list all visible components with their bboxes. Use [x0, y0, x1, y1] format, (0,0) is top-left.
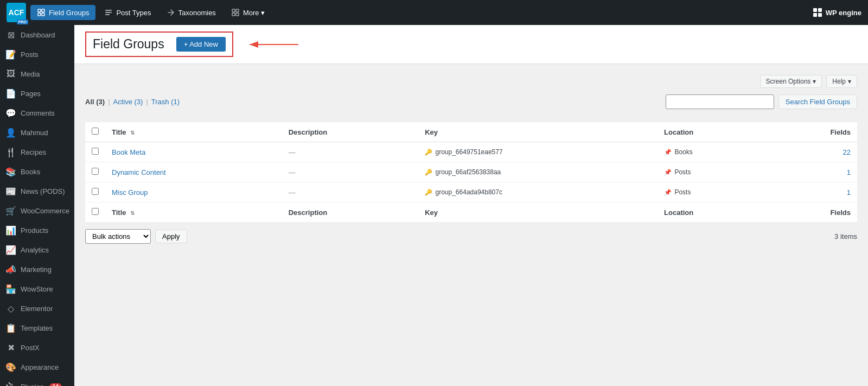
sidebar-item-dashboard[interactable]: ⊠ Dashboard: [0, 25, 74, 45]
row-title-cell[interactable]: Misc Group: [105, 182, 282, 203]
sidebar-item-comments[interactable]: 💬 Comments: [0, 103, 74, 123]
svg-rect-11: [813, 8, 817, 12]
nav-taxonomies[interactable]: Taxonomies: [160, 5, 222, 20]
filter-tab-trash[interactable]: Trash (1): [151, 98, 180, 106]
row-title-cell[interactable]: Dynamic Content: [105, 162, 282, 182]
svg-rect-7: [232, 9, 235, 12]
row-fields-cell[interactable]: 1: [769, 162, 857, 182]
sidebar-item-products[interactable]: 📊 Products: [0, 220, 74, 240]
sidebar-item-wowstore[interactable]: 🏪 WowStore: [0, 279, 74, 299]
sidebar-label-postx: PostX: [21, 344, 40, 352]
row-title-cell[interactable]: Book Meta: [105, 142, 282, 162]
sidebar-label-news: News (PODS): [21, 187, 65, 195]
items-count: 3 items: [834, 232, 857, 241]
help-label: Help: [832, 78, 846, 85]
title-column-header[interactable]: Title ⇅: [105, 122, 282, 142]
key-icon: 🔑: [425, 149, 432, 155]
svg-rect-1: [42, 9, 44, 12]
sidebar: ⊠ Dashboard 📝 Posts 🖼 Media 📄 Pages 💬 Co…: [0, 25, 74, 386]
sidebar-item-plugins[interactable]: 🔌 Plugins 14: [0, 377, 74, 386]
nav-field-groups[interactable]: Field Groups: [30, 5, 95, 20]
sidebar-item-mahmud[interactable]: 👤 Mahmud: [0, 123, 74, 142]
nav-more[interactable]: More ▾: [225, 5, 271, 20]
sidebar-item-pages[interactable]: 📄 Pages: [0, 84, 74, 103]
elementor-icon: ◇: [5, 303, 16, 314]
field-groups-table: Title ⇅ Description Key Location Fields: [85, 122, 857, 223]
row-location-cell: 📌 Posts: [658, 182, 769, 203]
svg-rect-14: [818, 13, 822, 17]
sidebar-item-analytics[interactable]: 📈 Analytics: [0, 240, 74, 260]
postx-icon: ✖: [5, 342, 16, 353]
sidebar-item-appearance[interactable]: 🎨 Appearance: [0, 357, 74, 377]
sidebar-item-elementor[interactable]: ◇ Elementor: [0, 299, 74, 318]
sidebar-item-media[interactable]: 🖼 Media: [0, 64, 74, 84]
svg-rect-6: [105, 14, 110, 15]
filter-tab-active[interactable]: Active (3): [113, 98, 143, 106]
top-bar-right: WP engine: [813, 8, 861, 17]
table-footer-header-row: Title ⇅ Description Key Location Fields: [85, 203, 857, 223]
title-sort-icon: ⇅: [130, 130, 135, 136]
sidebar-label-mahmud: Mahmud: [21, 129, 48, 137]
row-location: Posts: [674, 168, 691, 176]
sidebar-label-books: Books: [21, 168, 40, 176]
media-icon: 🖼: [5, 68, 16, 79]
sidebar-item-marketing[interactable]: 📣 Marketing: [0, 260, 74, 279]
row-location: Books: [674, 148, 692, 156]
sidebar-item-postx[interactable]: ✖ PostX: [0, 338, 74, 357]
row-checkbox[interactable]: [92, 188, 99, 195]
nav-more-label: More ▾: [243, 9, 265, 17]
sidebar-item-posts[interactable]: 📝 Posts: [0, 45, 74, 64]
row-title: Dynamic Content: [112, 168, 166, 176]
more-icon: [231, 8, 240, 17]
table-footer: Bulk actions Move to Trash Apply 3 items: [85, 229, 857, 244]
nav-field-groups-label: Field Groups: [49, 9, 89, 17]
page-header: Field Groups + Add New: [74, 25, 868, 64]
select-all-footer-checkbox[interactable]: [92, 208, 99, 215]
row-fields: 22: [843, 148, 851, 156]
title-footer-header[interactable]: Title ⇅: [105, 203, 282, 223]
title-footer-sort-icon: ⇅: [130, 210, 135, 216]
sidebar-item-news[interactable]: 📰 News (PODS): [0, 181, 74, 201]
row-description: —: [289, 148, 296, 156]
screen-options-button[interactable]: Screen Options ▾: [760, 75, 822, 88]
sidebar-item-woocommerce[interactable]: 🛒 WooCommerce: [0, 201, 74, 220]
search-area: Search Field Groups: [666, 94, 857, 109]
svg-rect-0: [38, 9, 41, 12]
page-title: Field Groups: [93, 37, 164, 52]
row-key-cell: 🔑 group_664ada94b807c: [418, 182, 658, 203]
search-button[interactable]: Search Field Groups: [778, 94, 857, 109]
sidebar-label-products: Products: [21, 226, 48, 235]
filter-tab-all[interactable]: All (3): [85, 98, 105, 106]
mahmud-icon: 👤: [5, 127, 16, 138]
row-title: Book Meta: [112, 148, 145, 156]
wp-engine-label: WP engine: [826, 9, 861, 17]
sidebar-label-woocommerce: WooCommerce: [21, 207, 69, 215]
pages-icon: 📄: [5, 88, 16, 99]
bulk-actions-select[interactable]: Bulk actions Move to Trash: [85, 229, 151, 244]
table-row: Dynamic Content — 🔑 group_66af2563838aa …: [85, 162, 857, 182]
sidebar-item-templates[interactable]: 📋 Templates: [0, 318, 74, 338]
add-new-button[interactable]: + Add New: [176, 37, 226, 52]
apply-button[interactable]: Apply: [155, 230, 187, 243]
acf-logo: ACF PRO: [7, 3, 26, 22]
nav-taxonomies-label: Taxonomies: [178, 9, 216, 17]
svg-rect-8: [236, 9, 239, 12]
wowstore-icon: 🏪: [5, 283, 16, 294]
sidebar-label-comments: Comments: [21, 109, 55, 117]
row-checkbox[interactable]: [92, 148, 99, 155]
sidebar-item-recipes[interactable]: 🍴 Recipes: [0, 142, 74, 162]
screen-options-bar: Screen Options ▾ Help ▾: [85, 75, 857, 88]
row-fields-cell[interactable]: 22: [769, 142, 857, 162]
row-checkbox[interactable]: [92, 168, 99, 175]
arrow-svg: [244, 39, 304, 50]
nav-post-types[interactable]: Post Types: [98, 5, 157, 20]
books-icon: 📚: [5, 166, 16, 177]
sidebar-item-books[interactable]: 📚 Books: [0, 162, 74, 181]
select-all-checkbox[interactable]: [92, 128, 99, 135]
row-fields-cell[interactable]: 1: [769, 182, 857, 203]
page-header-box: Field Groups + Add New: [85, 31, 233, 57]
search-input[interactable]: [666, 94, 774, 109]
pin-icon: 📌: [664, 169, 672, 175]
help-button[interactable]: Help ▾: [826, 75, 857, 88]
svg-rect-2: [38, 13, 41, 16]
